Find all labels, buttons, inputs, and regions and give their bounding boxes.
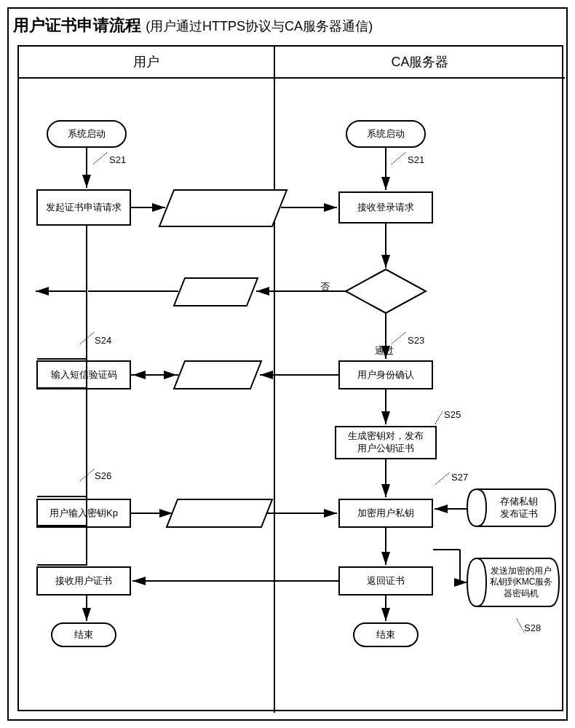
step-s21-ca: S21 <box>408 154 424 165</box>
store-key-storage: 存储私钥发布证书 <box>466 488 557 528</box>
receive-req-process: 接收登录请求 <box>338 191 433 223</box>
step-s23: S23 <box>408 335 424 346</box>
user-start-terminator: 系统启动 <box>47 120 127 148</box>
initiate-request-process: 发起证书申请请求 <box>36 189 131 226</box>
edge-label-pass: 通过 <box>375 344 394 357</box>
lane-header-ca: CA服务器 <box>274 47 565 79</box>
input-sms-process: 输入短信验证码 <box>36 360 131 389</box>
confirm-id-process: 用户身份确认 <box>338 360 433 389</box>
send-kmc-storage: 发送加密的用户私钥到KMC服务器密码机 <box>466 557 560 608</box>
store-key-label: 存储私钥发布证书 <box>485 496 538 521</box>
diagram-title: 用户证书申请流程 (用户通过HTTPS协议与CA服务器通信) <box>13 15 373 36</box>
step-s28: S28 <box>524 622 541 633</box>
lane-divider <box>274 79 275 713</box>
receive-cert-process: 接收用户证书 <box>36 566 131 596</box>
step-s27: S27 <box>451 472 468 483</box>
fail-info-label: 返回失败信息 <box>181 277 254 306</box>
encrypt-pk-process: 加密用户私钥 <box>338 499 433 528</box>
step-s25: S25 <box>444 409 461 420</box>
sms-code-label: 短信验证码 <box>183 364 256 386</box>
gen-keypair-process: 生成密钥对，发布用户公钥证书 <box>335 426 437 459</box>
title-sub: (用户通过HTTPS协议与CA服务器通信) <box>146 19 373 33</box>
step-s21-user: S21 <box>109 154 126 165</box>
lane-header-user: 用户 <box>19 47 274 79</box>
input-kp-process: 用户输入密钥Kp <box>36 499 131 528</box>
step-s24: S24 <box>95 335 111 346</box>
return-cert-process: 返回证书 <box>338 566 433 596</box>
audit-label: 审核 <box>364 282 408 301</box>
kp-data-label: Kp <box>211 508 223 519</box>
edge-label-no: 否 <box>320 280 330 293</box>
ca-end-terminator: 结束 <box>353 622 419 647</box>
step-s26: S26 <box>95 470 111 481</box>
send-kmc-label: 发送加密的用户私钥到KMC服务器密码机 <box>474 566 553 600</box>
title-main: 用户证书申请流程 <box>13 16 141 34</box>
user-end-terminator: 结束 <box>51 622 116 647</box>
req-data-label: 证书申请请求用户身份信息用户身份证明材料 <box>164 187 280 228</box>
ca-start-terminator: 系统启动 <box>346 120 426 148</box>
